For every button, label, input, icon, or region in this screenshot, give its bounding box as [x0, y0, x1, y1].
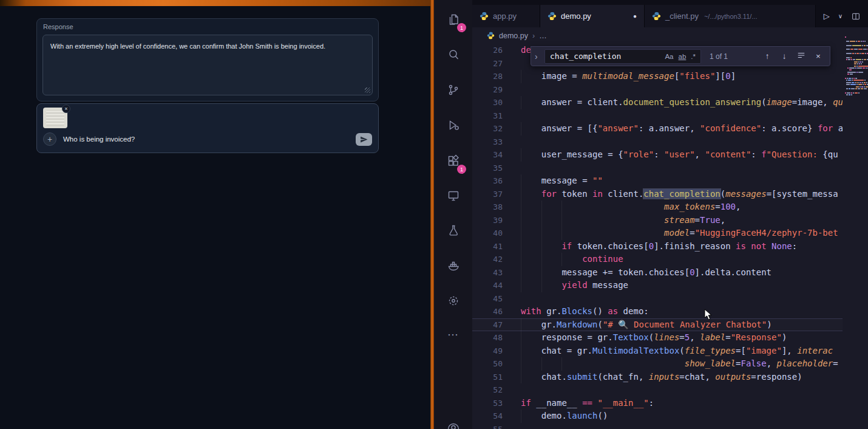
line-number: 50 [472, 357, 503, 371]
add-file-button[interactable]: + [43, 132, 56, 146]
next-match-arrow-icon[interactable]: ↓ [778, 52, 791, 61]
python-file-icon [487, 32, 495, 39]
code-line-35[interactable]: 35 [472, 162, 843, 175]
line-number: 54 [472, 410, 503, 423]
previous-match-arrow-icon[interactable]: ↑ [761, 52, 774, 61]
code-line-55[interactable]: 55 [472, 423, 843, 429]
breadcrumb-file[interactable]: demo.py [499, 32, 528, 40]
line-number: 55 [472, 423, 503, 429]
split-editor-icon[interactable] [851, 12, 861, 21]
line-number: 26 [472, 44, 503, 57]
code-line-29[interactable]: 29 [472, 83, 843, 97]
run-button[interactable]: ▷ [824, 12, 830, 21]
find-in-selection-icon[interactable] [795, 51, 808, 61]
code-line-47[interactable]: 47gr.Markdown("# 🔍 Document Analyzer Cha… [472, 318, 843, 332]
sidebar-item-testing[interactable] [434, 218, 472, 242]
code-line-52[interactable]: 52 [472, 383, 843, 397]
sidebar-item-docker[interactable] [434, 253, 472, 278]
line-number: 53 [472, 397, 503, 410]
code-line-37[interactable]: 37for token in client.chat_completion(me… [472, 188, 843, 201]
code-line-40[interactable]: 40model="HuggingFaceH4/zephyr-7b-bet [472, 227, 843, 240]
minimap-line [847, 72, 863, 73]
code-line-49[interactable]: 49chat = gr.MultimodalTextbox(file_types… [472, 345, 843, 358]
code-text: continue [521, 253, 623, 266]
line-number: 45 [472, 292, 503, 306]
code-line-42[interactable]: 42continue [472, 253, 843, 266]
code-line-31[interactable]: 31 [472, 109, 843, 123]
sidebar-item-search[interactable] [434, 43, 472, 67]
sidebar-item-run-debug[interactable] [434, 113, 472, 137]
line-number: 40 [472, 227, 503, 240]
code-line-48[interactable]: 48response = gr.Textbox(lines=5, label="… [472, 331, 843, 345]
code-line-32[interactable]: 32answer = [{"answer": a.answer, "confid… [472, 122, 843, 136]
code-line-38[interactable]: 38max_tokens=100, [472, 201, 843, 214]
minimap[interactable] [843, 28, 868, 429]
minimap-line [854, 63, 861, 64]
code-line-54[interactable]: 54demo.launch() [472, 410, 843, 423]
code-line-36[interactable]: 36message = "" [472, 174, 843, 188]
sidebar-item-tools[interactable] [434, 289, 472, 313]
sidebar-item-account[interactable] [434, 417, 472, 429]
run-dropdown-chevron-icon[interactable]: ∨ [838, 13, 843, 19]
line-number: 46 [472, 305, 503, 318]
line-number: 48 [472, 331, 503, 345]
tab-client-py[interactable]: _client.py ~/.../python3.11/... [645, 5, 816, 27]
run-debug-icon [446, 118, 461, 132]
modified-dot-icon[interactable]: ● [633, 13, 637, 19]
code-text: if token.choices[0].finish_reason is not… [521, 240, 797, 253]
editor-actions: ▷ ∨ [824, 5, 868, 27]
sidebar-item-remote-explorer[interactable] [434, 184, 472, 208]
docker-whale-icon [446, 258, 461, 273]
code-line-50[interactable]: 50show_label=False, placeholder= [472, 357, 843, 371]
find-widget: › chat_completion Aa ab .* 1 of 1 ↑ ↓ × [531, 46, 830, 66]
code-text: chat.submit(chat_fn, inputs=chat, output… [521, 371, 802, 384]
tab-app-py[interactable]: app.py [472, 5, 540, 27]
code-line-30[interactable]: 30answer = client.document_question_answ… [472, 96, 843, 109]
match-case-toggle[interactable]: Aa [662, 52, 676, 61]
screen: Response With an extremely high level of… [0, 0, 868, 429]
send-button[interactable] [356, 133, 372, 146]
attachment-thumbnail[interactable]: × [43, 108, 67, 128]
sidebar-item-explorer[interactable]: 1 [434, 7, 472, 32]
code-line-51[interactable]: 51chat.submit(chat_fn, inputs=chat, outp… [472, 371, 843, 384]
tab-description: ~/.../python3.11/... [704, 13, 758, 20]
tab-demo-py[interactable]: demo.py ● [540, 5, 645, 27]
sidebar-item-source-control[interactable] [434, 78, 472, 102]
textarea-resize-handle[interactable] [365, 88, 370, 93]
code-line-43[interactable]: 43message += token.choices[0].delta.cont… [472, 266, 843, 280]
code-line-45[interactable]: 45 [472, 292, 843, 306]
chat-message-input[interactable]: Who is being invoiced? [63, 136, 135, 143]
line-number: 39 [472, 214, 503, 227]
sidebar-item-more[interactable]: ⋯ [434, 323, 472, 347]
code-line-46[interactable]: 46with gr.Blocks() as demo: [472, 305, 843, 318]
regex-toggle[interactable]: .* [688, 52, 698, 61]
code-line-41[interactable]: 41if token.choices[0].finish_reason is n… [472, 240, 843, 253]
sidebar-item-extensions[interactable]: 1 [434, 149, 472, 173]
line-number: 43 [472, 266, 503, 280]
breadcrumb-symbol[interactable]: … [539, 32, 547, 40]
code-line-44[interactable]: 44yield message [472, 279, 843, 292]
remove-attachment-button[interactable]: × [62, 105, 70, 113]
whole-word-toggle[interactable]: ab [676, 52, 689, 61]
code-text: message = "" [521, 174, 603, 188]
minimap-line [847, 67, 868, 69]
minimap-line [849, 69, 852, 70]
breadcrumb[interactable]: demo.py › … [472, 27, 868, 44]
toggle-replace-chevron-icon[interactable]: › [535, 52, 541, 61]
code-line-33[interactable]: 33 [472, 136, 843, 149]
code-line-53[interactable]: 53if __name__ == "__main__": [472, 397, 843, 410]
python-file-icon [652, 12, 661, 21]
close-find-icon[interactable]: × [812, 52, 825, 61]
tab-bar: app.py demo.py ● _client.py ~/.../python… [472, 5, 868, 27]
code-line-39[interactable]: 39stream=True, [472, 214, 843, 227]
find-input[interactable]: chat_completion Aa ab .* [544, 49, 701, 64]
flask-icon [446, 223, 461, 238]
code-editor[interactable]: 26de2728image = multimodal_message["file… [472, 44, 843, 429]
response-textarea[interactable]: With an extremely high level of confiden… [42, 35, 373, 95]
code-line-28[interactable]: 28image = multimodal_message["files"][0] [472, 70, 843, 83]
minimap-line [846, 94, 852, 95]
line-number: 42 [472, 253, 503, 266]
find-query-text: chat_completion [550, 52, 662, 61]
code-line-34[interactable]: 34user_message = {"role": "user", "conte… [472, 148, 843, 162]
python-file-icon [480, 12, 489, 21]
